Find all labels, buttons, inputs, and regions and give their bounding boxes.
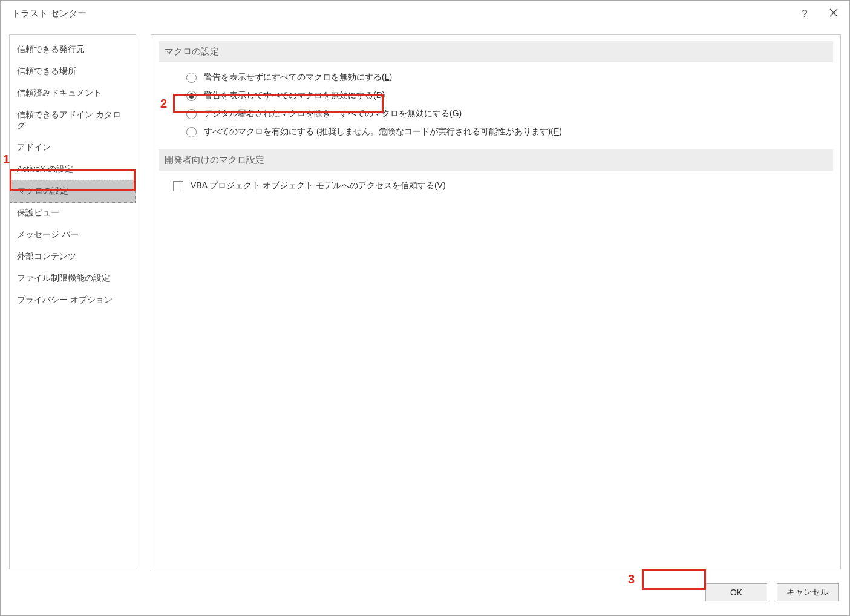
sidebar-item-trusted-documents[interactable]: 信頼済みドキュメント: [10, 82, 136, 104]
radio-icon: [186, 127, 197, 137]
sidebar-item-trusted-addin-catalogs[interactable]: 信頼できるアドイン カタログ: [10, 104, 136, 137]
radio-disable-no-warning[interactable]: 警告を表示せずにすべてのマクロを無効にする(L): [186, 68, 833, 87]
section-heading-macro: マクロの設定: [159, 41, 833, 62]
dialog-footer: OK キャンセル: [1, 569, 849, 615]
macro-radio-group: 警告を表示せずにすべてのマクロを無効にする(L) 警告を表示してすべてのマクロを…: [159, 68, 833, 149]
radio-label: 警告を表示せずにすべてのマクロを無効にする(L): [204, 72, 392, 83]
sidebar-item-activex[interactable]: ActiveX の設定: [10, 159, 136, 180]
radio-disable-with-warning[interactable]: 警告を表示してすべてのマクロを無効にする(D): [186, 87, 833, 105]
main-panel: マクロの設定 警告を表示せずにすべてのマクロを無効にする(L) 警告を表示してす…: [151, 34, 841, 569]
sidebar-item-message-bar[interactable]: メッセージ バー: [10, 224, 136, 246]
cancel-button[interactable]: キャンセル: [777, 583, 839, 601]
radio-label: すべてのマクロを有効にする (推奨しません。危険なコードが実行される可能性があり…: [204, 126, 562, 137]
sidebar-item-macro-settings[interactable]: マクロの設定: [10, 180, 136, 203]
dialog-title: トラスト センター: [9, 8, 87, 19]
section-heading-developer: 開発者向けのマクロ設定: [159, 149, 833, 171]
ok-button[interactable]: OK: [705, 583, 767, 601]
checkbox-label: VBA プロジェクト オブジェクト モデルへのアクセスを信頼する(V): [191, 180, 446, 191]
radio-icon: [186, 91, 197, 101]
sidebar-item-addins[interactable]: アドイン: [10, 137, 136, 159]
checkbox-trust-vba[interactable]: VBA プロジェクト オブジェクト モデルへのアクセスを信頼する(V): [173, 180, 833, 191]
sidebar-item-protected-view[interactable]: 保護ビュー: [10, 202, 136, 224]
close-icon[interactable]: [826, 8, 841, 20]
sidebar-item-external-content[interactable]: 外部コンテンツ: [10, 246, 136, 267]
sidebar-item-file-block[interactable]: ファイル制限機能の設定: [10, 267, 136, 289]
sidebar: 信頼できる発行元 信頼できる場所 信頼済みドキュメント 信頼できるアドイン カタ…: [9, 34, 136, 569]
radio-icon: [186, 73, 197, 83]
radio-label: 警告を表示してすべてのマクロを無効にする(D): [204, 90, 385, 101]
sidebar-item-privacy[interactable]: プライバシー オプション: [10, 289, 136, 311]
checkbox-icon: [173, 181, 183, 191]
radio-disable-except-signed[interactable]: デジタル署名されたマクロを除き、すべてのマクロを無効にする(G): [186, 105, 833, 123]
sidebar-item-trusted-publishers[interactable]: 信頼できる発行元: [10, 39, 136, 61]
titlebar: トラスト センター ?: [1, 1, 849, 27]
help-icon[interactable]: ?: [797, 8, 812, 20]
radio-enable-all[interactable]: すべてのマクロを有効にする (推奨しません。危険なコードが実行される可能性があり…: [186, 123, 833, 141]
sidebar-item-trusted-locations[interactable]: 信頼できる場所: [10, 61, 136, 82]
radio-label: デジタル署名されたマクロを除き、すべてのマクロを無効にする(G): [204, 108, 462, 119]
radio-icon: [186, 109, 197, 119]
